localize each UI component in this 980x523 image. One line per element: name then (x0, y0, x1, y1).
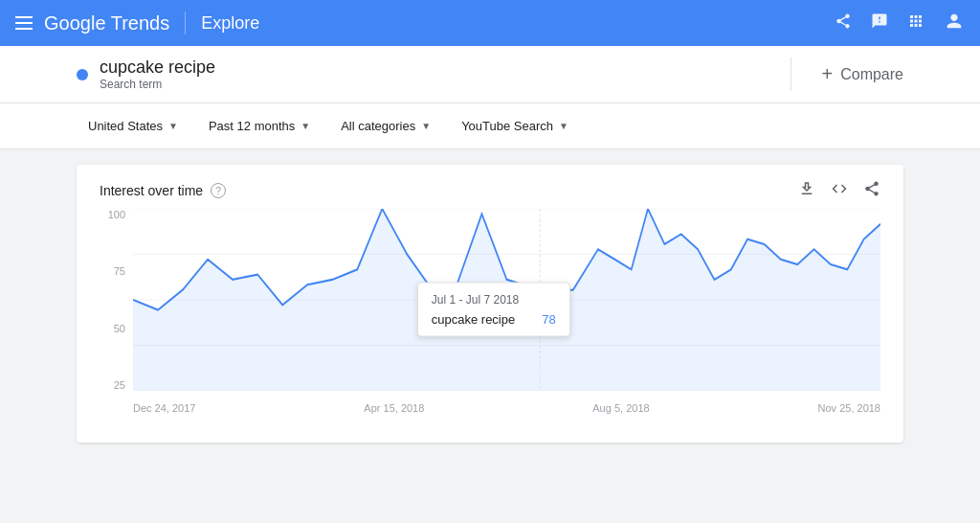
tooltip-date: Jul 1 - Jul 7 2018 (432, 292, 556, 306)
chart-svg-container: Jul 1 - Jul 7 2018 cupcake recipe 78 (133, 209, 880, 391)
x-label-dec: Dec 24, 2017 (133, 402, 195, 414)
x-axis-labels: Dec 24, 2017 Apr 15, 2018 Aug 5, 2018 No… (133, 397, 880, 420)
search-type-label: YouTube Search (461, 119, 553, 133)
x-label-apr: Apr 15, 2018 (364, 402, 424, 414)
search-area: cupcake recipe Search term + Compare (0, 46, 980, 103)
period-chevron-icon: ▼ (301, 121, 310, 131)
x-label-nov: Nov 25, 2018 (818, 402, 880, 414)
main-content: Interest over time ? 100 (0, 149, 980, 458)
y-label-25: 25 (114, 379, 125, 391)
header-right (835, 11, 965, 36)
chart-header: Interest over time ? (100, 180, 880, 201)
term-indicator-dot (77, 69, 88, 80)
header-divider (185, 11, 186, 34)
y-label-100: 100 (108, 209, 125, 220)
account-icon[interactable] (944, 11, 965, 36)
chart-tooltip: Jul 1 - Jul 7 2018 cupcake recipe 78 (417, 282, 570, 336)
category-label: All categories (341, 119, 415, 133)
term-info: cupcake recipe Search term (100, 57, 215, 91)
tooltip-term: cupcake recipe (432, 311, 515, 326)
chart-title: Interest over time (100, 183, 203, 198)
apps-icon[interactable] (907, 12, 924, 34)
tooltip-row: cupcake recipe 78 (432, 311, 556, 326)
download-button[interactable] (798, 180, 815, 201)
logo-text: Google Trends (44, 12, 169, 34)
menu-button[interactable] (15, 16, 33, 30)
tooltip-value: 78 (542, 311, 555, 326)
logo: Google Trends (44, 12, 169, 34)
search-term-box: cupcake recipe Search term (77, 57, 791, 91)
filter-bar: United States ▼ Past 12 months ▼ All cat… (0, 103, 980, 149)
header-left: Google Trends Explore (15, 11, 259, 34)
period-label: Past 12 months (209, 119, 295, 133)
chart-actions (798, 180, 880, 201)
compare-plus-icon: + (822, 63, 834, 85)
share-icon[interactable] (835, 12, 852, 34)
category-filter[interactable]: All categories ▼ (329, 111, 442, 141)
y-axis-labels: 100 75 50 25 (100, 209, 133, 391)
header: Google Trends Explore (0, 0, 980, 46)
region-chevron-icon: ▼ (168, 121, 178, 131)
y-label-50: 50 (114, 323, 125, 334)
help-icon[interactable]: ? (211, 183, 226, 198)
share-chart-button[interactable] (863, 180, 880, 201)
search-term-type: Search term (100, 78, 215, 91)
period-filter[interactable]: Past 12 months ▼ (197, 111, 322, 141)
embed-button[interactable] (831, 180, 848, 201)
compare-label: Compare (840, 66, 903, 83)
x-label-aug: Aug 5, 2018 (592, 402, 649, 414)
search-term: cupcake recipe (100, 57, 215, 78)
region-label: United States (88, 119, 163, 133)
compare-button[interactable]: + Compare (791, 57, 904, 91)
y-label-75: 75 (114, 265, 125, 277)
feedback-icon[interactable] (871, 12, 888, 34)
explore-label: Explore (201, 13, 259, 34)
chart-title-area: Interest over time ? (100, 183, 226, 198)
search-type-chevron-icon: ▼ (559, 121, 568, 131)
chart-area: 100 75 50 25 (100, 209, 880, 420)
chart-card: Interest over time ? 100 (77, 165, 903, 443)
region-filter[interactable]: United States ▼ (77, 111, 189, 141)
search-type-filter[interactable]: YouTube Search ▼ (450, 111, 580, 141)
category-chevron-icon: ▼ (421, 121, 431, 131)
